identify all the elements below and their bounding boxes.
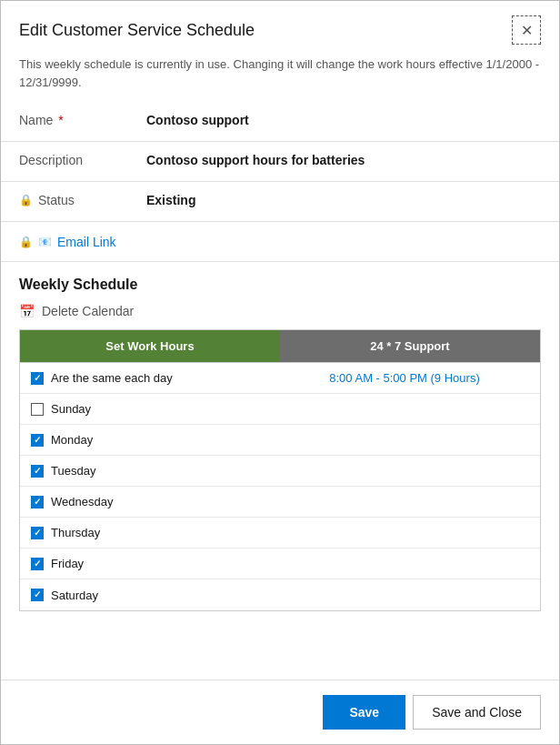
lock-icon-email: 🔒 [19, 236, 33, 248]
day-label: Friday [51, 557, 84, 570]
schedule-row: Monday [20, 425, 540, 456]
description-row: Description Contoso support hours for ba… [1, 142, 559, 182]
schedule-row-left: Thursday [31, 526, 280, 539]
checkbox-thursday[interactable] [31, 527, 44, 539]
day-label: Saturday [51, 589, 98, 602]
description-label: Description [19, 151, 146, 167]
set-work-hours-header[interactable]: Set Work Hours [20, 330, 280, 362]
schedule-row-value[interactable]: 8:00 AM - 5:00 PM (9 Hours) [280, 371, 529, 385]
schedule-row-left: Saturday [31, 589, 280, 602]
required-indicator: * [58, 113, 63, 127]
schedule-rows: Are the same each day8:00 AM - 5:00 PM (… [20, 362, 540, 610]
checkbox-tuesday[interactable] [31, 465, 44, 478]
info-text: This weekly schedule is currently in use… [1, 55, 559, 102]
checkbox-sunday[interactable] [31, 403, 44, 416]
weekly-schedule-title: Weekly Schedule [1, 262, 559, 300]
checkbox-saturday[interactable] [31, 589, 44, 601]
name-label: Name * [19, 111, 146, 127]
email-icon: 📧 [38, 236, 52, 248]
day-label: Are the same each day [51, 371, 173, 385]
status-value: Existing [146, 191, 541, 207]
support-header: 24 * 7 Support [280, 330, 540, 362]
schedule-row-left: Tuesday [31, 464, 280, 478]
schedule-row: Thursday [20, 518, 540, 549]
day-label: Tuesday [51, 464, 95, 478]
checkbox-friday[interactable] [31, 558, 44, 570]
email-link[interactable]: Email Link [57, 235, 116, 249]
checkbox-are-the-same-each-day[interactable] [31, 372, 44, 385]
lock-icon: 🔒 [19, 194, 33, 206]
delete-calendar-label: Delete Calendar [42, 304, 134, 318]
description-value: Contoso support hours for batteries [146, 151, 541, 167]
name-row: Name * Contoso support [1, 102, 559, 142]
schedule-row: Wednesday [20, 487, 540, 518]
delete-calendar-button[interactable]: 📅 Delete Calendar [1, 300, 559, 329]
save-and-close-button[interactable]: Save and Close [413, 695, 541, 730]
schedule-row: Are the same each day8:00 AM - 5:00 PM (… [20, 363, 540, 394]
edit-schedule-dialog: Edit Customer Service Schedule ✕ This we… [0, 0, 560, 745]
dialog-title: Edit Customer Service Schedule [19, 21, 255, 40]
checkbox-wednesday[interactable] [31, 496, 44, 508]
day-label: Monday [51, 433, 93, 447]
save-button[interactable]: Save [323, 695, 405, 730]
schedule-row-left: Sunday [31, 402, 280, 416]
schedule-row: Tuesday [20, 456, 540, 487]
status-label: 🔒 Status [19, 191, 146, 207]
close-button[interactable]: ✕ [512, 15, 541, 45]
schedule-row: Friday [20, 549, 540, 579]
email-link-row: 🔒 📧 Email Link [1, 222, 559, 262]
schedule-table: Set Work Hours 24 * 7 Support Are the sa… [19, 329, 541, 611]
schedule-table-header: Set Work Hours 24 * 7 Support [20, 330, 540, 362]
schedule-row-left: Wednesday [31, 495, 280, 508]
close-icon: ✕ [521, 22, 533, 39]
day-label: Sunday [51, 402, 91, 416]
name-value: Contoso support [146, 111, 541, 127]
day-label: Wednesday [51, 495, 113, 508]
schedule-row-left: Monday [31, 433, 280, 447]
calendar-icon: 📅 [19, 304, 35, 318]
schedule-row: Sunday [20, 394, 540, 425]
checkbox-monday[interactable] [31, 434, 44, 447]
schedule-row: Saturday [20, 579, 540, 610]
scrollable-body: This weekly schedule is currently in use… [1, 55, 559, 680]
schedule-row-left: Are the same each day [31, 371, 280, 385]
day-label: Thursday [51, 526, 100, 539]
dialog-header: Edit Customer Service Schedule ✕ [1, 1, 559, 55]
spacer [1, 611, 559, 633]
schedule-row-left: Friday [31, 557, 280, 570]
status-row: 🔒 Status Existing [1, 182, 559, 222]
dialog-footer: Save Save and Close [1, 680, 559, 744]
